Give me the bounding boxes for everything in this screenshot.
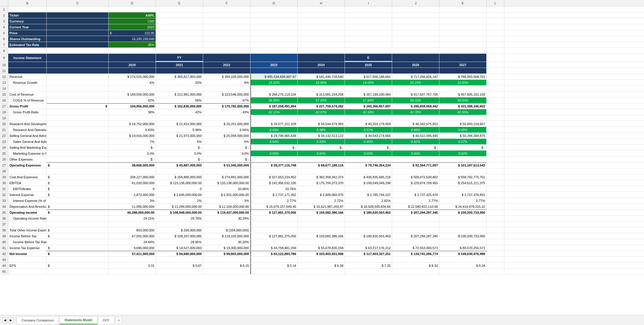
shares-value: 16,185,199,040 <box>109 36 156 42</box>
price-label: Price <box>8 30 47 36</box>
col-header-H: H <box>298 0 345 6</box>
row-35: 35 Operating Income $ 66,288,000,000.00 … <box>0 210 644 215</box>
fy-header: FY <box>156 54 203 62</box>
col-header-E: E <box>156 0 203 6</box>
row-42: 42 Net Income $ 57,411,000,000 $ 94,680,… <box>0 251 644 257</box>
year-2020: 2020 <box>109 62 156 68</box>
row-28: 28 <box>0 168 644 174</box>
year-2021: 2021 <box>156 62 203 68</box>
income-statement-header: Income Statement <box>8 54 47 62</box>
row-15: 15 Cost of Revenue $ 169,559,000,000 $ 2… <box>0 92 644 97</box>
ticker-value: AAPL <box>109 12 156 18</box>
row-29: 29 Cost And Expenses $ 208,227,000,000 $… <box>0 174 644 180</box>
tab-statements-model[interactable]: Statements Model <box>59 316 97 324</box>
row-5: 5 Price $ 152.95 <box>0 30 644 36</box>
row-2: 2 Ticker AAPL <box>0 12 644 18</box>
row-10: 10 2020 2021 2022 2023 2024 2025 2026 20… <box>0 62 644 68</box>
col-header-L: L <box>487 0 504 6</box>
row-13: 13 Revenue Growth 6% 33% 8% 15.52% 18.86… <box>0 80 644 86</box>
row-8: 8 <box>0 48 644 54</box>
row-19: 19 <box>0 115 644 121</box>
tab-bar: ◀ ▶ Company Comparison Statements Model … <box>0 315 644 325</box>
col-header-J: J <box>392 0 439 6</box>
col-header-G: G <box>250 0 298 6</box>
year-2024: 2024 <box>298 62 345 68</box>
row-4: 4 Current Year 2023 <box>0 24 644 30</box>
tax-rate-label: Estimated Tax Rate <box>8 42 47 48</box>
row-43: 43 <box>0 257 644 263</box>
year-2027: 2027 <box>439 62 487 68</box>
row-25: 25 Marketing Expense to Revenue 0.0% 0.0… <box>0 151 644 156</box>
sga-to-revenue-label: Sales General And Administrative To Reve… <box>8 139 47 144</box>
row-41: 41 Income Tax Expense $ 9,680,000,000 $ … <box>0 245 644 251</box>
row-7: 7 Estimated Tax Rate 35% <box>0 42 644 48</box>
gross-profit-ratio-label: Gross Profit Ratio <box>8 109 47 115</box>
price-value: 152.95 <box>113 31 154 35</box>
tab-add-button[interactable]: + <box>115 317 122 324</box>
col-header-I: I <box>345 0 392 6</box>
row-45: 45 <box>0 269 644 275</box>
row-11: 11 <box>0 68 644 74</box>
col-header-F: F <box>203 0 250 6</box>
gross-profit-label: Gross Profit <box>8 103 47 109</box>
tab-dcf[interactable]: DCF <box>98 316 115 324</box>
row-14: 14 <box>0 86 644 92</box>
row-36: 36 Operating Income Ratio 24.15% 29.78% … <box>0 215 644 221</box>
shares-label: Shares Outstanding <box>8 36 47 42</box>
row-26: 26 Other Expenses $ - $ - $ - <box>0 156 644 162</box>
col-header-B: B <box>8 0 47 6</box>
row-24: 24 Selling And Marketing Expenses $ - $ … <box>0 145 644 151</box>
col-header-C: C <box>47 0 109 6</box>
current-year-value: 2023 <box>109 24 156 30</box>
row-31: 31 EBITDAratio $ 0 0 33.66% 33.76% <box>0 186 644 192</box>
row-16: 16 COGS % of Revenue 62% 58% 57% 58.89% … <box>0 97 644 103</box>
row-12: 12 Revenue $ 274,515,000,000 $ 365,817,0… <box>0 74 644 80</box>
row-30: 30 EBITDA $ 81,020,000,000 $ 123,136,000… <box>0 180 644 186</box>
row-37: 37 <box>0 221 644 227</box>
tax-rate-value: 35% <box>109 42 156 48</box>
row-38: 38 Total Other Income Expenses Net $ 803… <box>0 227 644 233</box>
currency-value: USD <box>109 18 156 24</box>
tab-company-comparison[interactable]: Company Comparison <box>17 316 59 324</box>
tab-prev-button[interactable]: ◀ <box>2 318 8 323</box>
col-header-K: K <box>439 0 487 6</box>
row-22: 22 Selling General And Administrative Ex… <box>0 133 644 139</box>
col-header-rownum <box>0 0 8 6</box>
row-23: 23 Sales General And Administrative To R… <box>0 139 644 145</box>
year-2026: 2026 <box>392 62 439 68</box>
row-44: 44 EPS $ 3.31 $ 5.67 $ 6.15 $ 5.14 $ 6.3… <box>0 263 644 269</box>
column-headers: B C D E F G H I J K L <box>0 0 644 6</box>
row-40: 40 Income Before Tax Ratio 24.44% 29.85%… <box>0 239 644 245</box>
row-17: 17 Gross Profit $ 104,956,000,000 $ 152,… <box>0 103 644 109</box>
current-year-label: Current Year <box>8 24 47 30</box>
row-21: 21 Research And Ddevelopement To Revenue… <box>0 127 644 133</box>
tab-next-button[interactable]: ▶ <box>8 318 14 323</box>
row-9: 9 Income Statement FY E <box>0 54 644 62</box>
row-39: 39 Income Before Tax $ 67,091,000,000 $ … <box>0 233 644 239</box>
row-6: 6 Shares Outstanding 16,185,199,040 <box>0 36 644 42</box>
row-33: 33 Interest Expense (% of LT Debt) 3% 2%… <box>0 198 644 204</box>
row-20: 20 Research And Development Expenses $ 1… <box>0 121 644 127</box>
row-27: 27 Operating Expenses $ 38,668,000,000 $… <box>0 162 644 168</box>
year-2025: 2025 <box>345 62 392 68</box>
ticker-label: Ticker <box>8 12 47 18</box>
year-2023: 2023 <box>250 62 298 68</box>
row-1: 1 <box>0 6 644 12</box>
row-34: 34 Depreciation And Amortization $ 11,05… <box>0 204 644 210</box>
row-18: 18 Gross Profit Ratio 38% 42% 43% 41.11%… <box>0 109 644 115</box>
col-header-D: D <box>109 0 156 6</box>
currency-label: Currency <box>8 18 47 24</box>
row-3: 3 Currency USD <box>0 18 644 24</box>
year-2022: 2022 <box>203 62 250 68</box>
e-header: E <box>345 54 392 62</box>
row-32: 32 Interest Expense $ 2,873,000,000 $ 2,… <box>0 192 644 198</box>
